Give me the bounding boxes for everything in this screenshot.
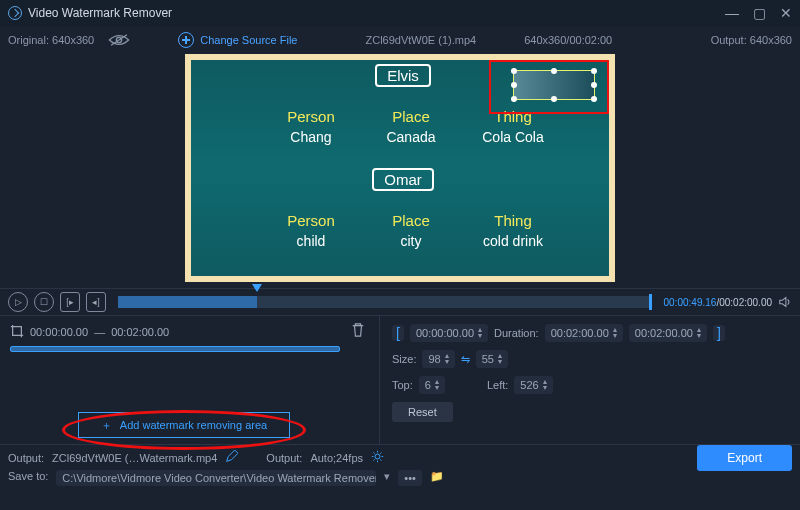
maximize-button[interactable]: ▢ xyxy=(753,6,766,20)
volume-icon[interactable] xyxy=(778,295,792,309)
open-folder-button[interactable]: 📁 xyxy=(430,470,444,483)
delete-region-button[interactable] xyxy=(351,322,365,340)
reset-button[interactable]: Reset xyxy=(392,402,453,422)
app-title: Video Watermark Remover xyxy=(28,6,172,20)
original-label: Original: 640x360 xyxy=(8,34,94,46)
set-end-button[interactable]: ] xyxy=(713,325,725,341)
minimize-button[interactable]: ― xyxy=(725,6,739,20)
left-label: Left: xyxy=(487,379,508,391)
source-dims-time: 640x360/00:02:00 xyxy=(524,34,612,46)
region-crop-icon xyxy=(10,324,24,340)
region-end-time: 00:02:00.00 xyxy=(111,326,169,338)
output-format: Auto;24fps xyxy=(310,452,363,464)
video-preview[interactable]: Elvis PersonChang PlaceCanada ThingCola … xyxy=(185,54,615,282)
annotation-red-frame-icon xyxy=(489,60,609,114)
seek-track[interactable] xyxy=(118,296,652,308)
output-format-label: Output: xyxy=(266,452,302,464)
output-file-label: Output: xyxy=(8,452,44,464)
output-label: Output: 640x360 xyxy=(711,34,792,46)
top-label: Top: xyxy=(392,379,413,391)
playhead-marker-icon[interactable] xyxy=(252,284,262,292)
info-bar: Original: 640x360 Change Source File ZCl… xyxy=(0,26,800,54)
region-list-panel: 00:00:00.00 — 00:02:00.00 ＋ Add watermar… xyxy=(0,316,380,444)
region-params-panel: [ 00:00:00.00▴▾ Duration:00:02:00.00▴▾ 0… xyxy=(380,316,800,444)
mark-in-button[interactable]: [▸ xyxy=(60,292,80,312)
preview-visibility-icon[interactable] xyxy=(108,33,130,47)
region-start-time: 00:00:00.00 xyxy=(30,326,88,338)
mark-out-button[interactable]: ◂] xyxy=(86,292,106,312)
start-time-input[interactable]: 00:00:00.00▴▾ xyxy=(410,324,488,342)
playback-bar: ▷ ☐ [▸ ◂] 00:00:49.16/00:02:00.00 xyxy=(0,288,800,316)
stop-button[interactable]: ☐ xyxy=(34,292,54,312)
plus-icon: ＋ xyxy=(101,418,112,433)
play-button[interactable]: ▷ xyxy=(8,292,28,312)
size-label: Size: xyxy=(392,353,416,365)
edit-filename-button[interactable] xyxy=(225,450,238,465)
plus-circle-icon xyxy=(178,32,194,48)
format-settings-button[interactable] xyxy=(371,450,384,465)
path-chevron-icon[interactable]: ▾ xyxy=(384,470,390,483)
close-button[interactable]: ✕ xyxy=(780,6,792,20)
region-range-bar[interactable] xyxy=(10,346,340,352)
export-button[interactable]: Export xyxy=(697,445,792,471)
svg-point-2 xyxy=(375,454,380,459)
size-width-input[interactable]: 98▴▾ xyxy=(422,350,454,368)
size-height-input[interactable]: 55▴▾ xyxy=(476,350,508,368)
left-input[interactable]: 526▴▾ xyxy=(514,376,552,394)
source-filename: ZCl69dVtW0E (1).mp4 xyxy=(365,34,476,46)
set-start-button[interactable]: [ xyxy=(392,325,404,341)
save-to-label: Save to: xyxy=(8,470,48,482)
save-row: Save to: C:\Vidmore\Vidmore Video Conver… xyxy=(0,470,800,492)
preview-name-2: Omar xyxy=(372,168,434,191)
time-display: 00:00:49.16/00:02:00.00 xyxy=(664,297,772,308)
output-settings-row: Output: ZCl69dVtW0E (…Watermark.mp4 Outp… xyxy=(0,444,800,470)
aspect-link-icon[interactable]: ⇋ xyxy=(461,353,470,366)
end-time-input[interactable]: 00:02:00.00▴▾ xyxy=(629,324,707,342)
duration-label: Duration: xyxy=(494,327,539,339)
app-logo-icon xyxy=(8,6,22,20)
top-input[interactable]: 6▴▾ xyxy=(419,376,445,394)
browse-path-button[interactable]: ••• xyxy=(398,470,422,486)
change-source-button[interactable]: Change Source File xyxy=(178,32,297,48)
save-path: C:\Vidmore\Vidmore Video Converter\Video… xyxy=(56,470,376,486)
add-watermark-area-button[interactable]: ＋ Add watermark removing area xyxy=(78,412,290,438)
output-filename: ZCl69dVtW0E (…Watermark.mp4 xyxy=(52,452,217,464)
title-bar: Video Watermark Remover ― ▢ ✕ xyxy=(0,0,800,26)
duration-input[interactable]: 00:02:00.00▴▾ xyxy=(545,324,623,342)
preview-name-1: Elvis xyxy=(375,64,431,87)
